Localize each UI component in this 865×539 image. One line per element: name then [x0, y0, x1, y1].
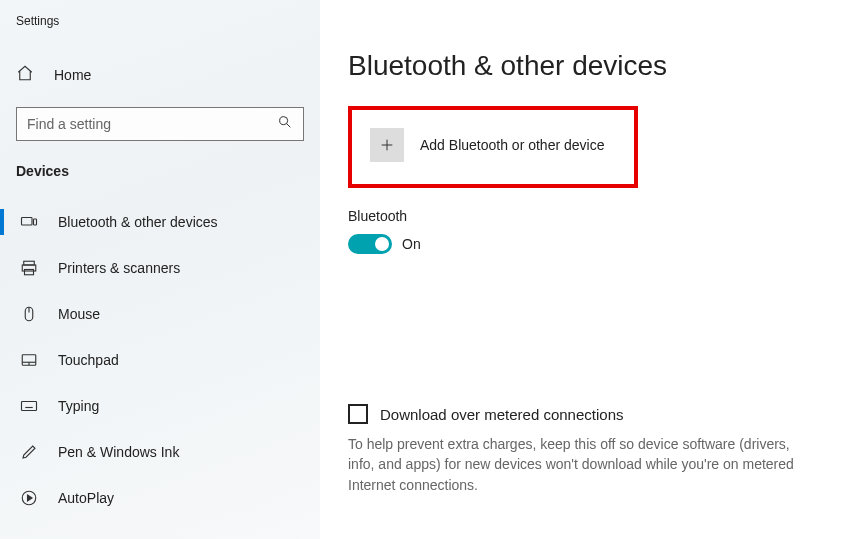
- svg-rect-3: [34, 219, 37, 225]
- printer-icon: [20, 259, 38, 277]
- home-label: Home: [54, 67, 91, 83]
- sidebar-item-printers[interactable]: Printers & scanners: [0, 245, 320, 291]
- category-header: Devices: [0, 163, 320, 179]
- search-icon: [277, 114, 293, 134]
- plus-icon: [370, 128, 404, 162]
- bluetooth-toggle[interactable]: [348, 234, 392, 254]
- metered-checkbox[interactable]: [348, 404, 368, 424]
- svg-line-1: [287, 124, 291, 128]
- svg-marker-19: [28, 495, 33, 501]
- home-nav[interactable]: Home: [0, 56, 320, 93]
- add-device-label: Add Bluetooth or other device: [420, 137, 604, 153]
- sidebar-item-typing[interactable]: Typing: [0, 383, 320, 429]
- autoplay-icon: [20, 489, 38, 507]
- app-title: Settings: [0, 14, 320, 28]
- search-input[interactable]: [27, 116, 277, 132]
- sidebar-item-label: Printers & scanners: [58, 260, 180, 276]
- sidebar-item-touchpad[interactable]: Touchpad: [0, 337, 320, 383]
- sidebar-item-label: Pen & Windows Ink: [58, 444, 179, 460]
- sidebar-item-mouse[interactable]: Mouse: [0, 291, 320, 337]
- sidebar-item-label: Typing: [58, 398, 99, 414]
- search-box[interactable]: [16, 107, 304, 141]
- devices-icon: [20, 213, 38, 231]
- bluetooth-section-label: Bluetooth: [348, 208, 837, 224]
- page-title: Bluetooth & other devices: [348, 50, 837, 82]
- sidebar-item-pen[interactable]: Pen & Windows Ink: [0, 429, 320, 475]
- sidebar-item-label: Bluetooth & other devices: [58, 214, 218, 230]
- touchpad-icon: [20, 351, 38, 369]
- metered-checkbox-row: Download over metered connections: [348, 404, 837, 424]
- metered-checkbox-label: Download over metered connections: [380, 406, 623, 423]
- sidebar: Settings Home Devices Bluetooth & other …: [0, 0, 320, 539]
- keyboard-icon: [20, 397, 38, 415]
- sidebar-item-autoplay[interactable]: AutoPlay: [0, 475, 320, 521]
- svg-rect-6: [25, 270, 34, 275]
- add-device-button[interactable]: Add Bluetooth or other device: [370, 128, 616, 162]
- mouse-icon: [20, 305, 38, 323]
- highlight-annotation: Add Bluetooth or other device: [348, 106, 638, 188]
- sidebar-item-bluetooth[interactable]: Bluetooth & other devices: [0, 199, 320, 245]
- svg-point-0: [280, 117, 288, 125]
- main-content: Bluetooth & other devices Add Bluetooth …: [320, 0, 865, 539]
- home-icon: [16, 64, 34, 85]
- bluetooth-toggle-state: On: [402, 236, 421, 252]
- pen-icon: [20, 443, 38, 461]
- sidebar-item-label: AutoPlay: [58, 490, 114, 506]
- sidebar-item-label: Touchpad: [58, 352, 119, 368]
- svg-rect-2: [22, 218, 33, 226]
- sidebar-item-label: Mouse: [58, 306, 100, 322]
- metered-help-text: To help prevent extra charges, keep this…: [348, 434, 808, 495]
- bluetooth-toggle-row: On: [348, 234, 837, 254]
- svg-rect-12: [22, 402, 37, 411]
